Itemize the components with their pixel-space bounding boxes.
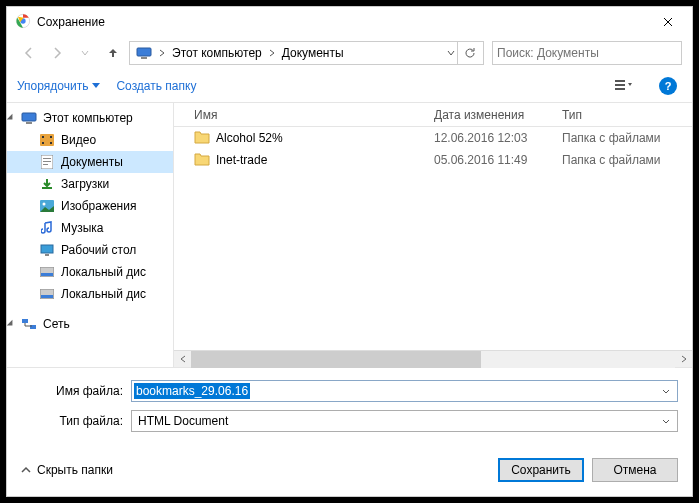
file-date: 12.06.2016 12:03: [434, 131, 554, 145]
bc-current[interactable]: Документы: [278, 42, 348, 64]
recent-button[interactable]: [73, 41, 97, 65]
chrome-icon: [15, 13, 31, 32]
hide-folders-button[interactable]: Скрыть папки: [21, 463, 113, 477]
scroll-right-button[interactable]: [675, 351, 692, 368]
filename-field[interactable]: bookmarks_29.06.16: [131, 380, 678, 402]
tree-label: Документы: [61, 155, 123, 169]
organize-menu[interactable]: Упорядочить: [17, 79, 100, 93]
bc-current-label: Документы: [282, 46, 344, 60]
col-date-header[interactable]: Дата изменения: [434, 108, 554, 122]
col-name-header[interactable]: Имя: [174, 108, 434, 122]
dialog-title: Сохранение: [37, 15, 646, 29]
tree-label: Локальный дис: [61, 265, 146, 279]
tree-label: Изображения: [61, 199, 136, 213]
tree-local-disk-1[interactable]: Локальный дис: [7, 261, 173, 283]
svg-rect-17: [43, 164, 48, 165]
scroll-left-button[interactable]: [174, 351, 191, 368]
scroll-thumb[interactable]: [191, 351, 481, 368]
file-name: Alcohol 52%: [216, 131, 283, 145]
new-folder-button[interactable]: Создать папку: [116, 79, 196, 93]
svg-rect-13: [50, 142, 52, 144]
breadcrumb[interactable]: Этот компьютер Документы: [129, 41, 484, 65]
tree-music[interactable]: Музыка: [7, 217, 173, 239]
svg-rect-3: [141, 57, 147, 59]
footer: Скрыть папки Сохранить Отмена: [7, 448, 692, 496]
bc-computer-icon[interactable]: [132, 42, 156, 64]
bc-dropdown[interactable]: [445, 50, 457, 56]
tree-label: Локальный дис: [61, 287, 146, 301]
svg-rect-12: [50, 136, 52, 138]
horizontal-scrollbar[interactable]: [174, 350, 692, 367]
forward-button[interactable]: [45, 41, 69, 65]
list-body: Alcohol 52% 12.06.2016 12:03 Папка с фай…: [174, 127, 692, 350]
svg-rect-2: [137, 48, 151, 56]
svg-rect-11: [42, 142, 44, 144]
up-button[interactable]: [101, 41, 125, 65]
folder-icon: [194, 152, 210, 169]
tree-this-pc[interactable]: Этот компьютер: [7, 107, 173, 129]
file-list: Имя Дата изменения Тип Alcohol 52% 12.06…: [174, 103, 692, 367]
help-icon: ?: [659, 77, 677, 95]
close-button[interactable]: [646, 7, 690, 37]
list-item[interactable]: Inet-trade 05.06.2016 11:49 Папка с файл…: [174, 149, 692, 171]
search-box[interactable]: [492, 41, 682, 65]
svg-rect-9: [40, 134, 54, 146]
refresh-button[interactable]: [457, 42, 481, 64]
svg-rect-8: [26, 122, 32, 124]
svg-rect-7: [22, 113, 36, 121]
list-header: Имя Дата изменения Тип: [174, 103, 692, 127]
filename-dropdown[interactable]: [657, 381, 675, 401]
folder-tree: Этот компьютер Видео Документы Загрузки …: [7, 103, 174, 367]
tree-network[interactable]: Сеть: [7, 313, 173, 335]
bc-root-label: Этот компьютер: [172, 46, 262, 60]
col-type-header[interactable]: Тип: [554, 108, 692, 122]
tree-label: Музыка: [61, 221, 103, 235]
svg-rect-25: [41, 295, 53, 298]
view-menu[interactable]: [610, 75, 638, 97]
tree-downloads[interactable]: Загрузки: [7, 173, 173, 195]
chevron-right-icon[interactable]: [266, 49, 278, 57]
tree-desktop[interactable]: Рабочий стол: [7, 239, 173, 261]
filetype-dropdown[interactable]: [657, 411, 675, 431]
filetype-field[interactable]: HTML Document: [131, 410, 678, 432]
svg-rect-6: [615, 88, 625, 90]
file-type: Папка с файлами: [554, 131, 692, 145]
nav-bar: Этот компьютер Документы: [7, 37, 692, 69]
tree-label: Рабочий стол: [61, 243, 136, 257]
tree-label: Загрузки: [61, 177, 109, 191]
filetype-value: HTML Document: [134, 414, 232, 428]
svg-rect-5: [615, 84, 625, 86]
tree-label: Сеть: [43, 317, 70, 331]
svg-rect-4: [615, 80, 625, 82]
chevron-right-icon[interactable]: [156, 49, 168, 57]
file-type: Папка с файлами: [554, 153, 692, 167]
content-body: Этот компьютер Видео Документы Загрузки …: [7, 103, 692, 367]
back-button[interactable]: [17, 41, 41, 65]
titlebar: Сохранение: [7, 7, 692, 37]
svg-rect-23: [41, 273, 53, 276]
list-item[interactable]: Alcohol 52% 12.06.2016 12:03 Папка с фай…: [174, 127, 692, 149]
filetype-label: Тип файла:: [21, 414, 131, 428]
tree-label: Этот компьютер: [43, 111, 133, 125]
svg-rect-21: [45, 254, 49, 256]
svg-rect-26: [22, 319, 28, 323]
svg-rect-20: [41, 245, 53, 253]
tree-local-disk-2[interactable]: Локальный дис: [7, 283, 173, 305]
svg-rect-16: [43, 161, 51, 162]
save-button[interactable]: Сохранить: [498, 458, 584, 482]
save-dialog: Сохранение Этот компьютер Документы Упор…: [6, 6, 693, 497]
svg-rect-10: [42, 136, 44, 138]
toolbar: Упорядочить Создать папку ?: [7, 69, 692, 103]
cancel-button[interactable]: Отмена: [592, 458, 678, 482]
svg-point-19: [43, 203, 46, 206]
bc-root[interactable]: Этот компьютер: [168, 42, 266, 64]
svg-rect-15: [43, 158, 51, 159]
tree-images[interactable]: Изображения: [7, 195, 173, 217]
help-button[interactable]: ?: [654, 75, 682, 97]
tree-video[interactable]: Видео: [7, 129, 173, 151]
tree-label: Видео: [61, 133, 96, 147]
tree-documents[interactable]: Документы: [7, 151, 173, 173]
search-input[interactable]: [497, 46, 677, 60]
filename-value: bookmarks_29.06.16: [134, 383, 250, 399]
folder-icon: [194, 130, 210, 147]
